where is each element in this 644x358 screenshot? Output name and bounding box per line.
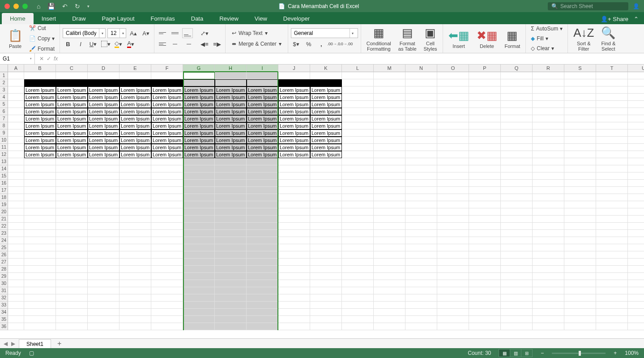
cell-H17[interactable] (215, 187, 247, 194)
cell-N31[interactable] (405, 287, 437, 294)
cell-I11[interactable]: Lorem Ipsum (247, 144, 278, 151)
col-header-H[interactable]: H (215, 65, 247, 72)
cell-M6[interactable] (374, 108, 405, 115)
wrap-text-button[interactable]: ↩Wrap Text ▾ (228, 28, 285, 38)
cell-T6[interactable] (596, 108, 628, 115)
cell-J3[interactable]: Lorem Ipsum (278, 86, 310, 94)
bold-button[interactable]: B (63, 39, 73, 49)
cell-L11[interactable] (342, 144, 374, 151)
cell-P14[interactable] (469, 165, 501, 173)
cell-J33[interactable] (278, 302, 310, 309)
cell-G1[interactable] (183, 72, 215, 79)
cell-J11[interactable]: Lorem Ipsum (278, 144, 310, 151)
cell-E27[interactable] (119, 259, 151, 266)
cell-B36[interactable] (24, 323, 56, 330)
cell-B28[interactable] (24, 266, 56, 273)
cell-T29[interactable] (596, 273, 628, 280)
cell-D19[interactable] (88, 201, 119, 208)
cell-L35[interactable] (342, 316, 374, 323)
cell-P19[interactable] (469, 201, 501, 208)
cell-D22[interactable] (88, 223, 119, 230)
row-header-9[interactable]: 9 (0, 129, 8, 137)
cell-L33[interactable] (342, 302, 374, 309)
cell-H20[interactable] (215, 208, 247, 216)
cell-A25[interactable] (8, 244, 24, 251)
cell-D23[interactable] (88, 230, 119, 237)
cell-S33[interactable] (564, 302, 596, 309)
cell-N22[interactable] (405, 223, 437, 230)
cell-A13[interactable] (8, 158, 24, 165)
zoom-level[interactable]: 100% (625, 350, 639, 356)
cell-Q26[interactable] (501, 251, 533, 259)
cell-T11[interactable] (596, 144, 628, 151)
cell-A32[interactable] (8, 294, 24, 302)
cell-G24[interactable] (183, 237, 215, 244)
cell-I7[interactable]: Lorem Ipsum (247, 115, 278, 122)
cell-P21[interactable] (469, 216, 501, 223)
cell-P8[interactable] (469, 122, 501, 129)
cell-L24[interactable] (342, 237, 374, 244)
cell-A16[interactable] (8, 180, 24, 187)
cell-E7[interactable]: Lorem Ipsum (119, 115, 151, 122)
sheet-nav-prev-icon[interactable]: ◀ (4, 341, 8, 347)
cell-O27[interactable] (437, 259, 469, 266)
cell-R3[interactable] (533, 86, 564, 94)
cell-T14[interactable] (596, 165, 628, 173)
cell-G30[interactable] (183, 280, 215, 287)
cell-N16[interactable] (405, 180, 437, 187)
cell-I13[interactable] (247, 158, 278, 165)
cell-P10[interactable] (469, 137, 501, 144)
cell-J29[interactable] (278, 273, 310, 280)
cell-L28[interactable] (342, 266, 374, 273)
cell-M2[interactable] (374, 79, 405, 86)
cell-U21[interactable] (628, 216, 644, 223)
cell-B20[interactable] (24, 208, 56, 216)
cell-G4[interactable]: Lorem Ipsum (183, 94, 215, 101)
cell-C20[interactable] (56, 208, 88, 216)
cell-styles-button[interactable]: ▣Cell Styles (421, 24, 440, 53)
cell-L5[interactable] (342, 101, 374, 108)
cell-S2[interactable] (564, 79, 596, 86)
cell-H34[interactable] (215, 309, 247, 316)
cell-N35[interactable] (405, 316, 437, 323)
cell-M8[interactable] (374, 122, 405, 129)
cell-L36[interactable] (342, 323, 374, 330)
cell-J22[interactable] (278, 223, 310, 230)
cell-J18[interactable] (278, 194, 310, 201)
cell-F14[interactable] (151, 165, 183, 173)
cell-L7[interactable] (342, 115, 374, 122)
cell-E14[interactable] (119, 165, 151, 173)
cell-U20[interactable] (628, 208, 644, 216)
zoom-slider[interactable] (552, 353, 606, 354)
cell-I23[interactable] (247, 230, 278, 237)
row-header-18[interactable]: 18 (0, 194, 8, 201)
cell-O17[interactable] (437, 187, 469, 194)
row-header-36[interactable]: 36 (0, 323, 8, 330)
cell-D34[interactable] (88, 309, 119, 316)
cell-R23[interactable] (533, 230, 564, 237)
cell-M21[interactable] (374, 216, 405, 223)
cell-K20[interactable] (310, 208, 342, 216)
cell-F32[interactable] (151, 294, 183, 302)
cell-P28[interactable] (469, 266, 501, 273)
cell-F19[interactable] (151, 201, 183, 208)
cell-M34[interactable] (374, 309, 405, 316)
cell-H21[interactable] (215, 216, 247, 223)
cell-O11[interactable] (437, 144, 469, 151)
cell-I5[interactable]: Lorem Ipsum (247, 101, 278, 108)
cell-G27[interactable] (183, 259, 215, 266)
cell-Q22[interactable] (501, 223, 533, 230)
align-top-icon[interactable] (157, 28, 168, 38)
cell-J5[interactable]: Lorem Ipsum (278, 101, 310, 108)
cell-N33[interactable] (405, 302, 437, 309)
cell-I26[interactable] (247, 251, 278, 259)
cell-E36[interactable] (119, 323, 151, 330)
cell-M13[interactable] (374, 158, 405, 165)
cell-F10[interactable]: Lorem Ipsum (151, 137, 183, 144)
cell-G7[interactable]: Lorem Ipsum (183, 115, 215, 122)
cell-Q33[interactable] (501, 302, 533, 309)
col-header-F[interactable]: F (151, 65, 183, 72)
cell-F22[interactable] (151, 223, 183, 230)
cell-P27[interactable] (469, 259, 501, 266)
cell-F18[interactable] (151, 194, 183, 201)
